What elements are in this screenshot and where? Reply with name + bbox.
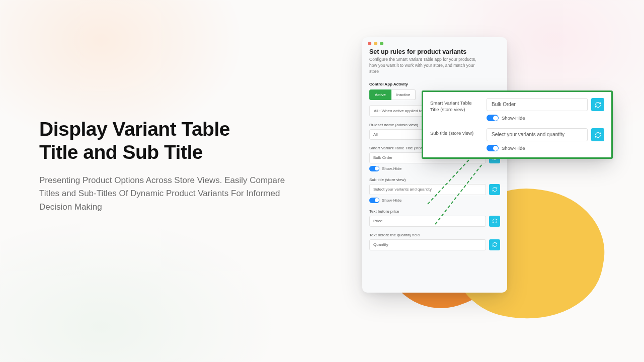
callout-sub-toggle-label: Show-Hide	[502, 145, 525, 151]
active-button[interactable]: Active	[369, 89, 391, 100]
refresh-button[interactable]	[591, 98, 604, 111]
refresh-button[interactable]	[489, 184, 500, 195]
refresh-button[interactable]	[489, 239, 500, 250]
callout-title-toggle-label: Show-Hide	[502, 115, 525, 121]
qty-input[interactable]: Quantity	[369, 239, 486, 250]
minimize-icon[interactable]	[374, 42, 377, 45]
callout-title-input[interactable]: Bulk Order	[487, 98, 588, 111]
hero-block: Display Variant Table Title and Sub Titl…	[39, 118, 301, 214]
callout-title-label: Smart Variant Table Title (store view)	[430, 98, 480, 113]
callout-sub-input[interactable]: Select your variants and quantity	[487, 128, 588, 141]
svt-title-toggle[interactable]	[369, 166, 379, 171]
refresh-button[interactable]	[591, 128, 604, 141]
svt-title-toggle-label: Show-Hide	[382, 166, 401, 171]
section-label-activity: Control App Activity	[369, 82, 500, 86]
refresh-icon	[492, 242, 498, 247]
refresh-icon	[595, 132, 601, 138]
refresh-icon	[595, 102, 601, 108]
close-icon[interactable]	[368, 42, 371, 45]
app-window: Set up rules for product variants Config…	[362, 37, 507, 293]
price-label: Text before price	[369, 209, 500, 214]
refresh-button[interactable]	[489, 216, 500, 227]
hero-title: Display Variant Table Title and Sub Titl…	[39, 118, 301, 164]
callout-sub-label: Sub title (store view)	[430, 128, 480, 137]
callout-sub-toggle[interactable]	[487, 145, 499, 151]
qty-label: Text before the quantity field	[369, 233, 500, 237]
inactive-button[interactable]: Inactive	[391, 89, 416, 100]
subtitle-toggle[interactable]	[369, 198, 379, 203]
panel-title: Set up rules for product variants	[369, 48, 500, 55]
panel-description: Configure the Smart Variant Table app fo…	[369, 57, 485, 75]
window-controls	[362, 37, 507, 45]
subtitle-input[interactable]: Select your variants and quantity	[369, 184, 486, 195]
refresh-icon	[492, 187, 498, 192]
refresh-icon	[492, 218, 498, 224]
hero-description: Presenting Product Options Across Store …	[39, 174, 301, 214]
highlight-callout: Smart Variant Table Title (store view) B…	[422, 90, 613, 159]
price-input[interactable]: Price	[369, 216, 486, 227]
subtitle-toggle-label: Show-Hide	[382, 198, 401, 203]
callout-title-toggle[interactable]	[487, 115, 499, 121]
maximize-icon[interactable]	[380, 42, 383, 45]
subtitle-label: Sub title (store view)	[369, 177, 500, 182]
